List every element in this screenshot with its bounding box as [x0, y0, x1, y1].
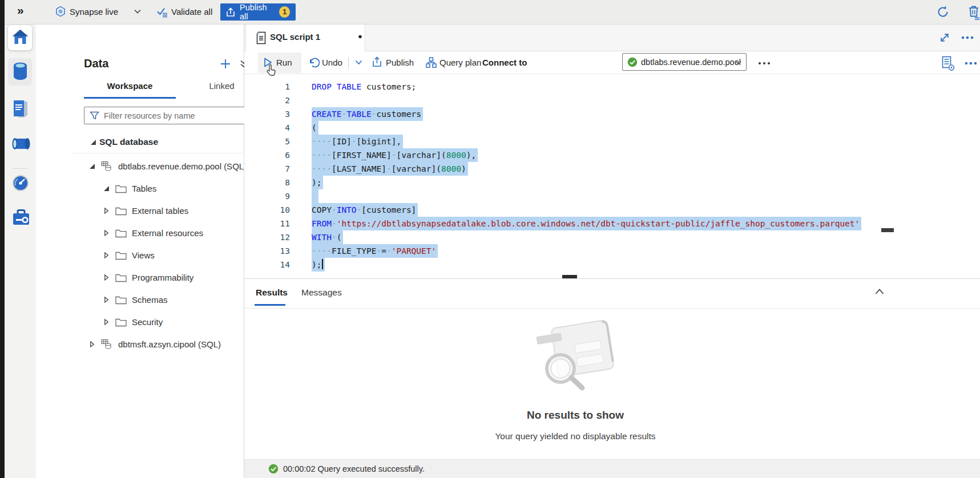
tree-collapsed-icon[interactable]: [102, 230, 110, 236]
code-line[interactable]: ····[LAST_NAME]·[varchar](8000): [312, 162, 468, 176]
scrollbar-thumb[interactable]: [881, 228, 894, 232]
tree-collapsed-icon[interactable]: [102, 319, 110, 325]
splitter-handle[interactable]: [562, 275, 577, 278]
code-line[interactable]: WITH·(: [312, 230, 343, 244]
selection-highlight: FROM·'https://dbtlabsynapsedatalake.blob…: [312, 217, 861, 230]
chevron-up-icon[interactable]: [874, 287, 885, 295]
selection-highlight: COPY·INTO·[customers]: [312, 203, 418, 217]
code-line[interactable]: ····[FIRST_NAME]·[varchar](8000),: [312, 148, 478, 162]
tab-results[interactable]: Results: [256, 287, 288, 298]
query-plan-icon: [426, 57, 437, 68]
publish-all-button[interactable]: Publish all 1: [220, 3, 296, 21]
trash-icon[interactable]: [967, 5, 980, 21]
validate-all-button[interactable]: Validate all: [171, 7, 212, 17]
tree-item-label: External tables: [132, 206, 188, 216]
code-line[interactable]: [312, 189, 318, 203]
folder-icon: [115, 318, 127, 327]
code-line[interactable]: (: [312, 121, 318, 135]
code-line[interactable]: FROM·'https://dbtlabsynapsedatalake.blob…: [312, 217, 861, 230]
pool-dropdown[interactable]: dbtlabs.revenue.demo.pool: [622, 53, 747, 71]
code-line[interactable]: );: [312, 176, 323, 189]
code-line[interactable]: );: [312, 258, 325, 272]
code-line[interactable]: COPY·INTO·[customers]: [312, 203, 418, 217]
status-bar: 00:00:02 Query executed successfully.: [244, 459, 980, 478]
develop-document-icon[interactable]: [11, 99, 30, 119]
ellipsis-icon[interactable]: [965, 62, 977, 65]
validate-check-icon: [156, 6, 168, 18]
selection-highlight: WITH·(: [312, 230, 343, 244]
line-number: 9: [244, 189, 290, 203]
tree-item-label: dbtmsft.azsyn.cipool (SQL): [118, 339, 221, 349]
selection-highlight: );: [312, 258, 325, 272]
undo-icon: [308, 57, 320, 68]
tree-expanded-icon[interactable]: [88, 163, 96, 169]
chevrons-right-icon[interactable]: »: [17, 3, 23, 17]
code-line[interactable]: ····FILE_TYPE·=·'PARQUET': [312, 244, 438, 258]
code-line[interactable]: DROP TABLE customers;: [312, 80, 416, 94]
run-button[interactable]: Run: [276, 58, 292, 67]
refresh-icon[interactable]: [936, 5, 950, 19]
line-number: 14: [244, 258, 290, 272]
home-icon[interactable]: [11, 29, 29, 46]
filter-funnel-icon: [90, 111, 99, 120]
mode-selector[interactable]: Synapse live: [70, 7, 118, 17]
publish-button[interactable]: Publish: [386, 58, 414, 67]
ellipsis-icon[interactable]: [961, 36, 974, 39]
tree-item-label: Schemas: [132, 295, 168, 305]
line-number: 6: [244, 148, 290, 162]
ellipsis-icon[interactable]: [758, 62, 771, 65]
line-number: 4: [244, 121, 290, 135]
selection-highlight: [312, 189, 318, 203]
monitor-gauge-icon[interactable]: [11, 174, 30, 192]
plus-icon[interactable]: [220, 58, 231, 70]
undo-button[interactable]: Undo: [322, 58, 342, 67]
line-number: 11: [244, 217, 290, 230]
line-number: 5: [244, 135, 290, 148]
publish-count-badge: 1: [279, 6, 290, 18]
tree-collapsed-icon[interactable]: [102, 208, 110, 214]
tree-item-label: Views: [132, 250, 155, 260]
manage-toolbox-icon[interactable]: [11, 208, 31, 227]
properties-icon[interactable]: [942, 56, 955, 71]
editor-toolbar: Run Undo Publish Query plan Connect to: [244, 51, 980, 74]
tree-expanded-icon[interactable]: [102, 185, 110, 192]
tab-messages[interactable]: Messages: [301, 287, 342, 298]
tree-collapsed-icon[interactable]: [102, 252, 110, 258]
green-check-icon: [627, 57, 638, 67]
publish-upload-icon: [372, 56, 382, 67]
code-line[interactable]: CREATE·TABLE·customers: [312, 107, 423, 121]
tab-sql-script-1[interactable]: SQL script 1 ●: [245, 24, 365, 51]
tree-expanded-icon[interactable]: [89, 139, 97, 145]
pool-dropdown-value: dbtlabs.revenue.demo.pool: [641, 58, 741, 67]
integrate-pipeline-icon[interactable]: [11, 136, 31, 152]
tree-collapsed-icon[interactable]: [102, 297, 110, 303]
editor-tab-bar: SQL script 1 ●: [244, 24, 980, 51]
top-command-bar: » Synapse live Validate all Publish all …: [5, 0, 980, 25]
toolbar-divider: [470, 57, 470, 68]
tree-collapsed-icon[interactable]: [102, 274, 110, 281]
chevron-down-icon[interactable]: [134, 9, 142, 14]
data-cylinder-icon[interactable]: [11, 62, 29, 81]
tree-collapsed-icon[interactable]: [88, 341, 96, 347]
filter-input[interactable]: [103, 108, 259, 123]
hand-cursor: [266, 64, 277, 78]
folder-icon: [115, 206, 127, 216]
code-line[interactable]: ····[ID]·[bigint],: [312, 135, 403, 148]
chevron-down-icon[interactable]: [355, 60, 362, 65]
text-caret: [322, 259, 323, 269]
folder-icon: [115, 251, 127, 260]
tree-item-label: Programmability: [132, 273, 193, 282]
line-number: 3: [244, 107, 290, 121]
line-number: 12: [244, 230, 290, 244]
code-editor[interactable]: 1DROP TABLE customers;23CREATE·TABLE·cus…: [244, 74, 980, 275]
expand-icon[interactable]: [939, 33, 950, 43]
selection-highlight: ····FILE_TYPE·=·'PARQUET': [312, 244, 438, 258]
tab-workspace[interactable]: Workspace: [84, 81, 176, 98]
line-number: 7: [244, 162, 290, 176]
empty-results-subtitle: Your query yielded no displayable result…: [244, 431, 906, 441]
tab-title: SQL script 1: [270, 32, 320, 42]
selection-highlight: CREATE·TABLE·customers: [312, 107, 423, 121]
query-plan-button[interactable]: Query plan: [439, 58, 481, 67]
publish-all-label: Publish all: [240, 3, 275, 21]
search-empty-illustration: [525, 316, 622, 402]
